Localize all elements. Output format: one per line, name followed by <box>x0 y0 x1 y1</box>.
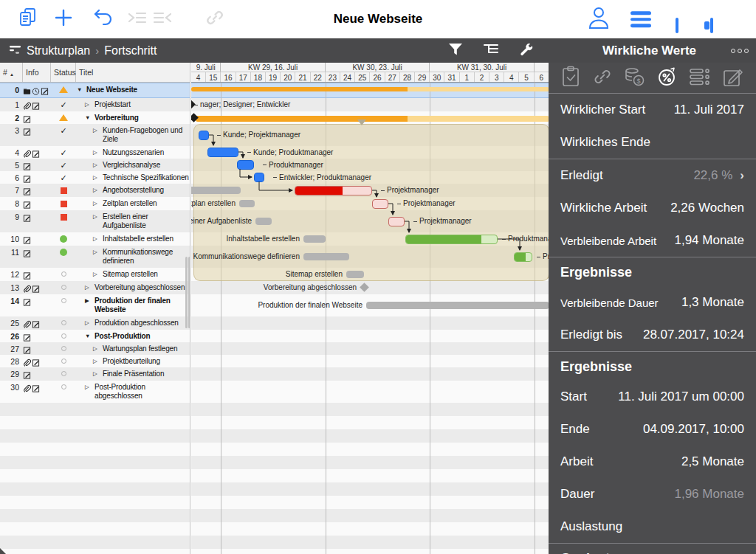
expander-icon[interactable]: ▷ <box>93 370 103 377</box>
inspector-field[interactable]: Wirklicher Start11. Juli 2017 <box>549 94 756 126</box>
field-value[interactable]: 22,6 % <box>693 168 732 183</box>
column-header-info[interactable]: Info <box>23 63 51 82</box>
inspector-field[interactable]: Verbleibende Arbeit1,94 Monate <box>549 224 756 257</box>
chevron-right-icon[interactable]: › <box>740 168 744 183</box>
table-row[interactable]: 30▷Post-Produktion abgeschlossen <box>0 381 190 403</box>
gantt-scrollbar[interactable] <box>188 257 190 328</box>
clipboard-check-icon[interactable] <box>560 66 581 91</box>
column-header-status[interactable]: Status <box>51 63 76 82</box>
planned-bar[interactable] <box>346 271 364 278</box>
expander-icon[interactable]: ▷ <box>93 161 103 168</box>
planned-bar[interactable] <box>303 235 326 243</box>
table-row[interactable]: 25▷Produktion abgeschlossen <box>0 316 190 330</box>
expander-icon[interactable]: ▼ <box>85 332 94 339</box>
inspector-field[interactable]: Erledigt bis28.07.2017, 10:24 <box>549 319 756 351</box>
percent-icon[interactable] <box>656 66 678 91</box>
task-bar[interactable] <box>207 148 238 157</box>
breadcrumb[interactable]: Strukturplan › Fortschritt <box>0 44 157 58</box>
expander-icon[interactable]: ▷ <box>85 283 94 291</box>
expander-icon[interactable]: ▼ <box>85 114 94 121</box>
expander-icon[interactable]: ▷ <box>93 212 103 220</box>
breadcrumb-root[interactable]: Strukturplan <box>27 44 90 58</box>
link-icon[interactable] <box>592 66 613 90</box>
menu-icon[interactable] <box>630 11 651 27</box>
planned-bar[interactable] <box>366 302 549 309</box>
table-row[interactable]: 26▼Post-Produktion <box>0 330 190 342</box>
expander-icon[interactable]: ▷ <box>93 199 103 207</box>
planned-bar[interactable] <box>239 200 255 207</box>
table-row[interactable]: 10▷Inhaltstabelle erstellen <box>0 232 190 246</box>
task-bar[interactable] <box>254 173 264 182</box>
edit-note-icon[interactable] <box>722 66 744 91</box>
inspector-field[interactable]: Wirkliche Arbeit2,26 Wochen <box>549 192 756 224</box>
task-bar[interactable] <box>388 217 405 226</box>
planned-bar[interactable] <box>255 218 272 225</box>
table-row[interactable]: 28▷Projektbeurteilung <box>0 355 190 367</box>
inspector-field[interactable]: Erledigt22,6 %› <box>549 159 756 192</box>
field-value[interactable]: 11. Juli 2017 <box>674 103 744 117</box>
outline-icon[interactable] <box>483 44 499 58</box>
table-row[interactable]: 11▷Kommunikationswege definieren <box>0 246 190 268</box>
expander-icon[interactable]: ▷ <box>85 100 94 108</box>
table-header[interactable]: #▲ Info Status Titel <box>0 63 190 83</box>
task-bar[interactable] <box>405 235 498 244</box>
field-value[interactable]: 2,5 Monate <box>681 454 744 469</box>
inspector-field[interactable]: Dauer1,96 Monate <box>549 478 756 510</box>
expander-icon[interactable]: ▷ <box>93 186 103 193</box>
table-row[interactable]: 2▼Vorbereitung <box>0 111 190 124</box>
expander-icon[interactable]: ▷ <box>93 126 103 134</box>
table-row[interactable]: 1✓▷Projektstart <box>0 98 190 111</box>
task-bar[interactable] <box>295 186 372 195</box>
expander-icon[interactable]: ▷ <box>85 319 94 326</box>
column-header-title[interactable]: Titel <box>76 63 190 82</box>
right-panel-toggle-icon[interactable] <box>710 18 713 33</box>
expander-icon[interactable]: ▷ <box>93 173 103 181</box>
table-row[interactable]: 14▶Produktion der finalen Webseite <box>0 294 190 316</box>
column-header-number[interactable]: #▲ <box>0 63 23 82</box>
expander-icon[interactable]: ▷ <box>93 148 103 156</box>
wrench-icon[interactable] <box>519 42 534 60</box>
table-row[interactable]: 8▷Zeitplan erstellen <box>0 197 190 210</box>
task-bar[interactable] <box>199 131 209 140</box>
planned-bar[interactable] <box>303 253 349 260</box>
inspector-field[interactable]: Arbeit2,5 Monate <box>549 446 756 478</box>
expander-icon[interactable]: ▷ <box>93 235 103 242</box>
filter-icon[interactable] <box>448 43 463 59</box>
expander-icon[interactable]: ▷ <box>85 383 94 390</box>
inspector-field[interactable]: Verbleibende Dauer1,3 Monate <box>549 286 756 319</box>
table-row[interactable]: 27▷Wartungsplan festlegen <box>0 342 190 355</box>
resources-icon[interactable] <box>689 67 711 89</box>
planned-bar[interactable] <box>191 187 241 194</box>
bottom-panel-toggle-icon[interactable] <box>676 18 678 33</box>
summary-bar[interactable] <box>191 87 549 91</box>
inspector-field[interactable]: Auslastung <box>549 510 756 543</box>
table-row[interactable]: 12▷Sitemap erstellen <box>0 268 190 281</box>
expander-icon[interactable]: ▷ <box>93 248 103 255</box>
inspector-field[interactable]: Wirkliches Ende <box>549 126 756 159</box>
table-row[interactable]: 5✓▷Vergleichsanalyse <box>0 159 190 171</box>
inspector-field[interactable]: Ende04.09.2017, 10:00 <box>549 413 756 446</box>
field-value[interactable]: 2,26 Wochen <box>670 201 744 215</box>
field-value[interactable]: 1,3 Monate <box>681 295 744 310</box>
table-row[interactable]: 29▷Finale Präsentation <box>0 367 190 381</box>
field-value[interactable]: 28.07.2017, 10:24 <box>643 328 744 342</box>
task-bar[interactable] <box>372 199 388 209</box>
expander-icon[interactable]: ▷ <box>93 344 103 352</box>
table-row[interactable]: 9▷Erstellen einer Aufgabenliste <box>0 210 190 232</box>
table-row[interactable]: 0▼Neue Webseite <box>0 83 190 98</box>
expander-icon[interactable]: ▷ <box>93 270 103 277</box>
gantt-timeline[interactable]: 9. JuliKW 29, 16. JuliKW 30, 23. JuliKW … <box>191 63 549 83</box>
field-value[interactable]: 11. Juli 2017 um 00:00 <box>618 389 744 404</box>
breadcrumb-current[interactable]: Fortschritt <box>104 44 157 58</box>
summary-bar[interactable] <box>196 116 549 122</box>
table-scrollbar[interactable] <box>185 257 188 328</box>
expander-icon[interactable]: ▷ <box>93 357 103 364</box>
field-value[interactable]: 1,94 Monate <box>674 233 744 248</box>
field-value[interactable]: 04.09.2017, 10:00 <box>643 422 744 437</box>
task-bar[interactable] <box>514 252 532 262</box>
table-row[interactable]: 3✓▷Kunden-Fragebogen und Ziele <box>0 124 190 146</box>
milestone-diamond[interactable] <box>360 283 369 292</box>
ellipsis-icon[interactable] <box>731 49 749 53</box>
expander-icon[interactable]: ▼ <box>77 86 86 93</box>
table-row[interactable]: 4✓▷Nutzungsszenarien <box>0 146 190 159</box>
